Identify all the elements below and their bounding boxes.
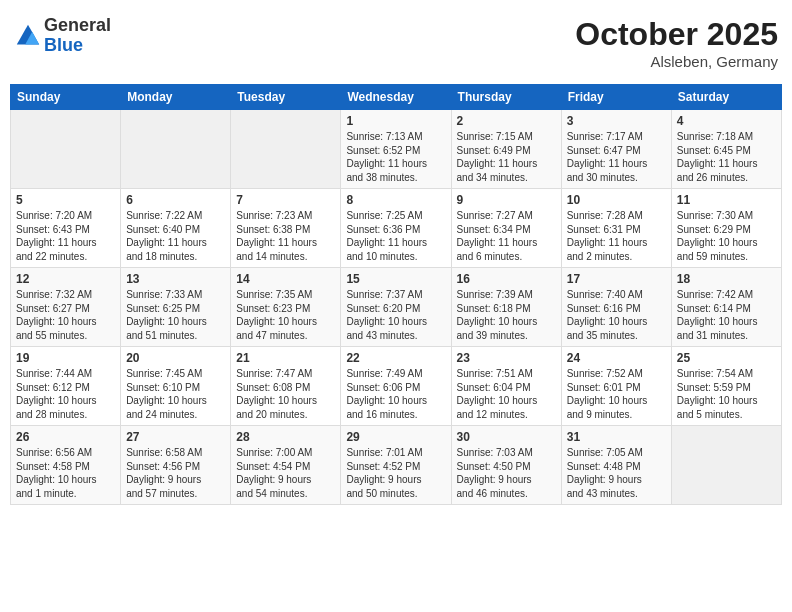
day-info: Sunrise: 7:35 AM Sunset: 6:23 PM Dayligh… [236, 288, 335, 342]
logo-general: General [44, 16, 111, 36]
calendar-cell: 21Sunrise: 7:47 AM Sunset: 6:08 PM Dayli… [231, 347, 341, 426]
calendar-cell: 14Sunrise: 7:35 AM Sunset: 6:23 PM Dayli… [231, 268, 341, 347]
day-info: Sunrise: 7:03 AM Sunset: 4:50 PM Dayligh… [457, 446, 556, 500]
calendar-cell: 10Sunrise: 7:28 AM Sunset: 6:31 PM Dayli… [561, 189, 671, 268]
day-info: Sunrise: 7:27 AM Sunset: 6:34 PM Dayligh… [457, 209, 556, 263]
day-info: Sunrise: 7:52 AM Sunset: 6:01 PM Dayligh… [567, 367, 666, 421]
day-number: 19 [16, 351, 115, 365]
day-number: 21 [236, 351, 335, 365]
calendar-cell [671, 426, 781, 505]
day-number: 29 [346, 430, 445, 444]
calendar-cell: 9Sunrise: 7:27 AM Sunset: 6:34 PM Daylig… [451, 189, 561, 268]
day-info: Sunrise: 7:37 AM Sunset: 6:20 PM Dayligh… [346, 288, 445, 342]
calendar-cell: 11Sunrise: 7:30 AM Sunset: 6:29 PM Dayli… [671, 189, 781, 268]
calendar-cell: 28Sunrise: 7:00 AM Sunset: 4:54 PM Dayli… [231, 426, 341, 505]
calendar-cell: 4Sunrise: 7:18 AM Sunset: 6:45 PM Daylig… [671, 110, 781, 189]
logo-text: General Blue [44, 16, 111, 56]
day-number: 2 [457, 114, 556, 128]
weekday-header: Monday [121, 85, 231, 110]
calendar-cell: 12Sunrise: 7:32 AM Sunset: 6:27 PM Dayli… [11, 268, 121, 347]
month-title: October 2025 [575, 16, 778, 53]
weekday-header: Saturday [671, 85, 781, 110]
day-info: Sunrise: 7:28 AM Sunset: 6:31 PM Dayligh… [567, 209, 666, 263]
calendar-week-row: 26Sunrise: 6:56 AM Sunset: 4:58 PM Dayli… [11, 426, 782, 505]
day-info: Sunrise: 7:18 AM Sunset: 6:45 PM Dayligh… [677, 130, 776, 184]
calendar-cell: 29Sunrise: 7:01 AM Sunset: 4:52 PM Dayli… [341, 426, 451, 505]
day-info: Sunrise: 7:00 AM Sunset: 4:54 PM Dayligh… [236, 446, 335, 500]
day-info: Sunrise: 7:30 AM Sunset: 6:29 PM Dayligh… [677, 209, 776, 263]
calendar-cell: 22Sunrise: 7:49 AM Sunset: 6:06 PM Dayli… [341, 347, 451, 426]
day-info: Sunrise: 7:15 AM Sunset: 6:49 PM Dayligh… [457, 130, 556, 184]
calendar-cell: 27Sunrise: 6:58 AM Sunset: 4:56 PM Dayli… [121, 426, 231, 505]
day-number: 10 [567, 193, 666, 207]
weekday-header: Friday [561, 85, 671, 110]
day-number: 24 [567, 351, 666, 365]
calendar-cell: 6Sunrise: 7:22 AM Sunset: 6:40 PM Daylig… [121, 189, 231, 268]
location: Alsleben, Germany [575, 53, 778, 70]
day-number: 22 [346, 351, 445, 365]
day-number: 9 [457, 193, 556, 207]
logo-blue: Blue [44, 36, 111, 56]
day-info: Sunrise: 7:17 AM Sunset: 6:47 PM Dayligh… [567, 130, 666, 184]
day-number: 18 [677, 272, 776, 286]
calendar-cell: 31Sunrise: 7:05 AM Sunset: 4:48 PM Dayli… [561, 426, 671, 505]
day-number: 16 [457, 272, 556, 286]
day-info: Sunrise: 7:20 AM Sunset: 6:43 PM Dayligh… [16, 209, 115, 263]
calendar-cell: 8Sunrise: 7:25 AM Sunset: 6:36 PM Daylig… [341, 189, 451, 268]
day-number: 17 [567, 272, 666, 286]
day-number: 3 [567, 114, 666, 128]
calendar-cell: 13Sunrise: 7:33 AM Sunset: 6:25 PM Dayli… [121, 268, 231, 347]
day-info: Sunrise: 7:23 AM Sunset: 6:38 PM Dayligh… [236, 209, 335, 263]
calendar-cell: 17Sunrise: 7:40 AM Sunset: 6:16 PM Dayli… [561, 268, 671, 347]
day-number: 25 [677, 351, 776, 365]
calendar-cell: 30Sunrise: 7:03 AM Sunset: 4:50 PM Dayli… [451, 426, 561, 505]
title-block: October 2025 Alsleben, Germany [575, 16, 778, 70]
day-info: Sunrise: 7:51 AM Sunset: 6:04 PM Dayligh… [457, 367, 556, 421]
day-number: 13 [126, 272, 225, 286]
calendar-cell [11, 110, 121, 189]
day-number: 7 [236, 193, 335, 207]
calendar-cell: 5Sunrise: 7:20 AM Sunset: 6:43 PM Daylig… [11, 189, 121, 268]
day-info: Sunrise: 7:45 AM Sunset: 6:10 PM Dayligh… [126, 367, 225, 421]
day-number: 26 [16, 430, 115, 444]
calendar-cell [231, 110, 341, 189]
calendar-cell: 7Sunrise: 7:23 AM Sunset: 6:38 PM Daylig… [231, 189, 341, 268]
calendar-cell: 25Sunrise: 7:54 AM Sunset: 5:59 PM Dayli… [671, 347, 781, 426]
weekday-header: Tuesday [231, 85, 341, 110]
weekday-header: Wednesday [341, 85, 451, 110]
day-info: Sunrise: 7:25 AM Sunset: 6:36 PM Dayligh… [346, 209, 445, 263]
calendar-cell: 18Sunrise: 7:42 AM Sunset: 6:14 PM Dayli… [671, 268, 781, 347]
day-number: 31 [567, 430, 666, 444]
day-info: Sunrise: 7:40 AM Sunset: 6:16 PM Dayligh… [567, 288, 666, 342]
weekday-header: Sunday [11, 85, 121, 110]
calendar-cell [121, 110, 231, 189]
calendar-cell: 15Sunrise: 7:37 AM Sunset: 6:20 PM Dayli… [341, 268, 451, 347]
day-info: Sunrise: 7:39 AM Sunset: 6:18 PM Dayligh… [457, 288, 556, 342]
calendar-cell: 16Sunrise: 7:39 AM Sunset: 6:18 PM Dayli… [451, 268, 561, 347]
calendar-cell: 2Sunrise: 7:15 AM Sunset: 6:49 PM Daylig… [451, 110, 561, 189]
day-number: 23 [457, 351, 556, 365]
logo-icon [14, 22, 42, 50]
day-info: Sunrise: 7:22 AM Sunset: 6:40 PM Dayligh… [126, 209, 225, 263]
day-number: 30 [457, 430, 556, 444]
day-info: Sunrise: 7:05 AM Sunset: 4:48 PM Dayligh… [567, 446, 666, 500]
day-number: 8 [346, 193, 445, 207]
day-number: 6 [126, 193, 225, 207]
day-info: Sunrise: 7:49 AM Sunset: 6:06 PM Dayligh… [346, 367, 445, 421]
calendar-week-row: 1Sunrise: 7:13 AM Sunset: 6:52 PM Daylig… [11, 110, 782, 189]
day-info: Sunrise: 7:33 AM Sunset: 6:25 PM Dayligh… [126, 288, 225, 342]
day-info: Sunrise: 7:47 AM Sunset: 6:08 PM Dayligh… [236, 367, 335, 421]
calendar-week-row: 19Sunrise: 7:44 AM Sunset: 6:12 PM Dayli… [11, 347, 782, 426]
day-number: 14 [236, 272, 335, 286]
day-number: 27 [126, 430, 225, 444]
day-number: 28 [236, 430, 335, 444]
day-info: Sunrise: 6:56 AM Sunset: 4:58 PM Dayligh… [16, 446, 115, 500]
day-number: 11 [677, 193, 776, 207]
calendar-cell: 20Sunrise: 7:45 AM Sunset: 6:10 PM Dayli… [121, 347, 231, 426]
weekday-header: Thursday [451, 85, 561, 110]
calendar-week-row: 5Sunrise: 7:20 AM Sunset: 6:43 PM Daylig… [11, 189, 782, 268]
day-info: Sunrise: 7:01 AM Sunset: 4:52 PM Dayligh… [346, 446, 445, 500]
calendar-cell: 26Sunrise: 6:56 AM Sunset: 4:58 PM Dayli… [11, 426, 121, 505]
day-number: 20 [126, 351, 225, 365]
calendar-cell: 24Sunrise: 7:52 AM Sunset: 6:01 PM Dayli… [561, 347, 671, 426]
